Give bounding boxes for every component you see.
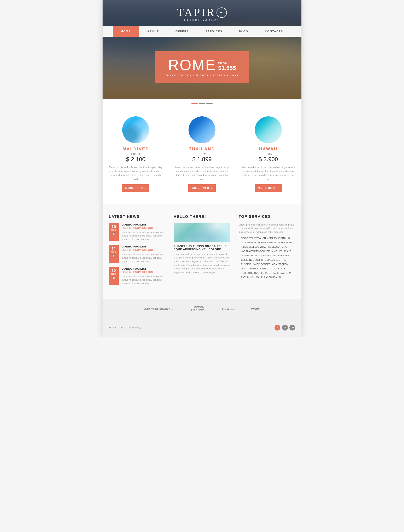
nav-blog[interactable]: BLOG [231, 26, 257, 37]
hero-price: $1.555 [218, 65, 236, 71]
service-arrow-3: › [239, 250, 239, 253]
dest-desc-thailand: Mes cum dia sed in lacus ut eniisect ing… [175, 165, 229, 181]
dest-name-hawaii: HAWAII [241, 147, 295, 151]
news-title: LATEST NEWS [109, 215, 165, 219]
hero-section: TAPIR TRAVEL AGENCY HOME ABOUT OFFERS SE… [103, 0, 301, 99]
services-title: TOP SERVICES [239, 215, 295, 219]
service-item-2: ›PIBUS SCELEUE VITAE PREDEECON ERA [239, 246, 295, 248]
hello-column: HELLO THERE! PHASELLUS TURPIS ORGRA PELL… [174, 215, 230, 289]
hello-intro: PHASELLUS TURPIS ORGRA PELLE SQUE ADIPIS… [174, 245, 230, 251]
partners-section: American Airlines ✈ ✈ CZECHAIRLINES ✚ SW… [103, 299, 301, 318]
dest-from-maldives: FROM [109, 153, 163, 156]
services-column: TOP SERVICES Lorem ipsum dolor sit amet,… [239, 215, 295, 289]
service-item-1: ›NA ESTPROIN DICTUM ELEMUM VELIT P.TERD [239, 241, 295, 244]
nav-about[interactable]: ABOUT [139, 26, 167, 37]
rss-icon[interactable]: ⊕ [282, 325, 288, 330]
partner-swiss: ✚ SWISS [221, 307, 235, 310]
dest-desc-maldives: Mes cum dia sed in lacus ut eniisect ing… [109, 165, 163, 181]
arrow-icon-thailand: › [211, 186, 212, 190]
service-arrow-4: › [239, 254, 239, 257]
service-arrow-0: › [239, 237, 239, 240]
dest-price-maldives: $ 2.100 [109, 156, 163, 163]
dest-card-hawaii: HAWAII FROM $ 2.900 Mes cum dia sed in l… [241, 116, 295, 192]
arrow-icon-maldives: › [145, 186, 146, 190]
comment-icon-1: 💬 [111, 232, 116, 235]
service-item-4: ›ULNAROIN ULLA MCORPER U E T FELISVES [239, 254, 295, 257]
nav-contacts[interactable]: CONTACTS [257, 26, 291, 37]
news-item-3: 12 OCT 💬 DONEC FACILISI LOREM IPSUM DOLO… [109, 267, 165, 285]
hero-tags: TRAVEL GUIDE • 7 NIGHTS • HOTEL • FLIGHT [165, 74, 239, 77]
service-item-7: ›DOLOR SITMET CONSECTETUER ADIPISC [239, 267, 295, 270]
service-arrow-8: › [239, 272, 239, 274]
service-item-8: ›PELLENTESQUE SED DOLOR: ALIQUAMFERM [239, 272, 295, 274]
slider-dot-2[interactable] [199, 103, 205, 104]
dest-from-thailand: FROM [175, 153, 229, 156]
logo-title: TAPIR [103, 6, 301, 19]
nav-services[interactable]: SERVICES [197, 26, 231, 37]
footer-copy: TAPIRO © 2014 | Privacy Policy [109, 326, 141, 329]
dest-image-maldives [122, 116, 149, 143]
service-arrow-5: › [239, 259, 239, 261]
service-arrow-7: › [239, 267, 239, 270]
slider-dot-1[interactable] [192, 103, 198, 104]
news-date-1: 10 OCT 💬 [109, 223, 119, 241]
news-item-2: 11 OCT 💬 DONEC FACILISI LOREM IPSUM DOLO… [109, 245, 165, 263]
dest-price-thailand: $ 1.899 [175, 156, 229, 163]
comment-icon-2: 💬 [111, 254, 116, 257]
partner-czech: ✈ CZECHAIRLINES [191, 306, 205, 312]
site-header: TAPIR TRAVEL AGENCY HOME ABOUT OFFERS SE… [103, 0, 301, 37]
news-item-1: 10 OCT 💬 DONEC FACILISI LOREM IPSUM DOLO… [109, 223, 165, 241]
nav-home[interactable]: HOME [113, 26, 139, 37]
news-column: LATEST NEWS 10 OCT 💬 DONEC FACILISI LORE… [109, 215, 165, 289]
footer: TAPIRO © 2014 | Privacy Policy f ⊕ g+ [103, 318, 301, 337]
service-item-3: ›LACINIA FERMENTOONCE! IN VEL IPSUM AUC [239, 250, 295, 253]
nav-offers[interactable]: OFFERS [167, 26, 197, 37]
service-item-0: ›NEC BI VELIT VEAUGUIN ERASQUE DIAM LO [239, 237, 295, 240]
bottom-section: LATEST NEWS 10 OCT 💬 DONEC FACILISI LORE… [103, 204, 301, 300]
main-nav: HOME ABOUT OFFERS SERVICES BLOG CONTACTS [103, 26, 301, 37]
service-arrow-6: › [239, 263, 239, 266]
dest-from-hawaii: FROM [241, 153, 295, 156]
service-arrow-1: › [239, 241, 239, 244]
dest-image-thailand [189, 116, 215, 143]
more-info-thailand[interactable]: MORE INFO › [188, 184, 216, 192]
hero-city: ROME [168, 57, 216, 72]
service-arrow-9: › [239, 276, 239, 279]
more-info-hawaii[interactable]: MORE INFO › [255, 184, 282, 192]
facebook-icon[interactable]: f [275, 325, 280, 330]
service-item-6: ›FUSCE EUISMOD CONSEQUAT ANTEQREM [239, 263, 295, 266]
bottom-grid: LATEST NEWS 10 OCT 💬 DONEC FACILISI LORE… [109, 215, 295, 289]
partner-virgin: Virgin [251, 307, 260, 310]
googleplus-icon[interactable]: g+ [289, 325, 295, 330]
dest-card-thailand: THAILAND FROM $ 1.899 Mes cum dia sed in… [175, 116, 229, 192]
comment-icon-3: 💬 [111, 276, 116, 279]
destinations-grid: MALDIVES FROM $ 2.100 Mes cum dia sed in… [109, 116, 295, 192]
footer-inner: TAPIRO © 2014 | Privacy Policy f ⊕ g+ [109, 321, 295, 334]
destinations-section: MALDIVES FROM $ 2.100 Mes cum dia sed in… [103, 108, 301, 204]
services-intro: Lorem ipsum dolor sit amet, consetetur a… [239, 223, 295, 234]
compass-icon [217, 7, 227, 18]
dest-price-hawaii: $ 2.900 [241, 156, 295, 163]
dest-card-maldives: MALDIVES FROM $ 2.100 Mes cum dia sed in… [109, 116, 163, 192]
slider-dot-3[interactable] [206, 103, 212, 104]
news-date-2: 11 OCT 💬 [109, 245, 119, 263]
hello-title: HELLO THERE! [174, 215, 230, 219]
dest-image-hawaii [255, 116, 282, 143]
partner-american: American Airlines ✈ [144, 307, 174, 310]
dest-name-thailand: THAILAND [175, 147, 229, 151]
slider-dots [103, 99, 301, 108]
service-item-9: ›ENTUM NISL. MAURIS ACCUMSAN NUL [239, 276, 295, 279]
arrow-icon-hawaii: › [277, 186, 279, 190]
service-item-5: ›CULIEPNCE SOLLICITUDINEED LEO PHA [239, 259, 295, 261]
dest-desc-hawaii: Mes cum dia sed in lacus ut eniisect ing… [241, 165, 295, 181]
more-info-maldives[interactable]: MORE INFO › [122, 184, 150, 192]
logo-subtitle: TRAVEL AGENCY [103, 19, 301, 22]
page-wrapper: TAPIR TRAVEL AGENCY HOME ABOUT OFFERS SE… [103, 0, 301, 337]
hero-promo: ROME FROM $1.555 TRAVEL GUIDE • 7 NIGHTS… [155, 51, 249, 83]
hero-from-label: FROM [218, 62, 228, 65]
services-list: ›NEC BI VELIT VEAUGUIN ERASQUE DIAM LO›N… [239, 237, 295, 279]
news-date-3: 12 OCT 💬 [109, 267, 119, 285]
dest-name-maldives: MALDIVES [109, 147, 163, 151]
hello-image [174, 223, 230, 242]
footer-social: f ⊕ g+ [275, 325, 295, 330]
